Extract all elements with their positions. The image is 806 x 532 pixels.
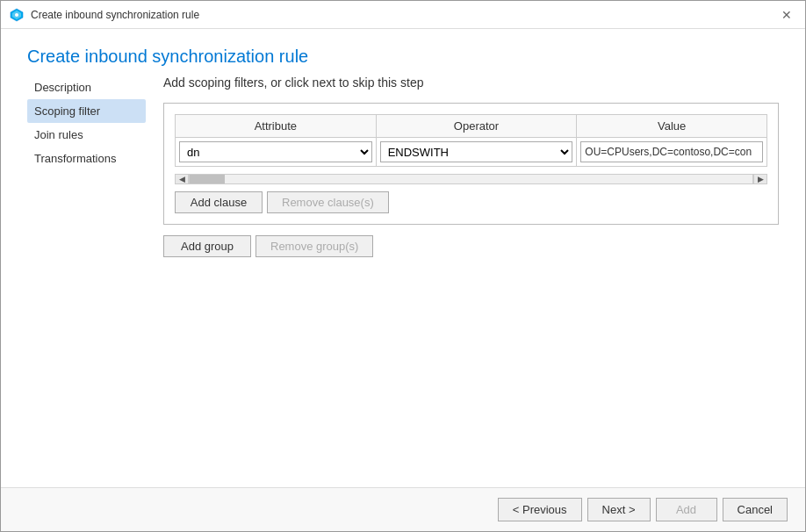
title-text: Create inbound synchronization rule	[31, 9, 199, 21]
footer: < Previous Next > Add Cancel	[1, 487, 805, 531]
sidebar: Description Scoping filter Join rules Tr…	[1, 75, 155, 487]
remove-clause-button[interactable]: Remove clause(s)	[267, 191, 389, 213]
filter-container: Attribute Operator Value dn cn	[163, 103, 779, 225]
sidebar-item-join-rules[interactable]: Join rules	[27, 123, 146, 147]
add-button[interactable]: Add	[656, 498, 717, 521]
scroll-left[interactable]: ◀	[175, 174, 189, 184]
previous-button[interactable]: < Previous	[498, 498, 582, 521]
main-layout: Description Scoping filter Join rules Tr…	[1, 75, 805, 487]
svg-point-2	[15, 13, 18, 17]
operator-select[interactable]: ENDSWITH STARTSWITH EQUALS NOTEQUAL ISNU…	[380, 141, 573, 162]
main-window: Create inbound synchronization rule ✕ Cr…	[0, 0, 806, 532]
col-attribute: Attribute	[176, 115, 377, 138]
content-area: Create inbound synchronization rule Desc…	[1, 29, 805, 487]
app-icon	[10, 8, 24, 22]
scroll-row: ◀ ▶	[175, 174, 767, 184]
group-buttons: Add group Remove group(s)	[163, 235, 779, 257]
col-value: Value	[577, 115, 767, 138]
attribute-cell: dn cn objectClass sAMAccountName	[176, 138, 377, 167]
section-title: Add scoping filters, or click next to sk…	[163, 75, 779, 90]
table-row: dn cn objectClass sAMAccountName ENDSWIT…	[176, 138, 767, 167]
operator-cell: ENDSWITH STARTSWITH EQUALS NOTEQUAL ISNU…	[376, 138, 577, 167]
scrollbar-thumb	[190, 175, 225, 183]
scroll-right[interactable]: ▶	[753, 174, 767, 184]
sidebar-item-transformations[interactable]: Transformations	[27, 147, 146, 170]
main-content: Add scoping filters, or click next to sk…	[155, 75, 805, 487]
next-button[interactable]: Next >	[587, 498, 651, 521]
add-group-button[interactable]: Add group	[163, 235, 251, 257]
page-title: Create inbound synchronization rule	[1, 29, 805, 75]
sidebar-item-scoping-filter[interactable]: Scoping filter	[27, 99, 146, 123]
col-operator: Operator	[376, 115, 577, 138]
add-clause-button[interactable]: Add clause	[175, 191, 263, 213]
clause-buttons: Add clause Remove clause(s)	[175, 191, 767, 213]
value-input[interactable]	[580, 141, 763, 162]
title-bar-left: Create inbound synchronization rule	[10, 8, 199, 22]
title-bar: Create inbound synchronization rule ✕	[1, 1, 805, 29]
remove-group-button[interactable]: Remove group(s)	[255, 235, 373, 257]
attribute-select[interactable]: dn cn objectClass sAMAccountName	[179, 141, 372, 162]
close-button[interactable]: ✕	[775, 4, 798, 26]
filter-table: Attribute Operator Value dn cn	[175, 114, 767, 167]
scrollbar-track[interactable]	[189, 174, 753, 184]
value-cell	[577, 138, 767, 167]
cancel-button[interactable]: Cancel	[723, 498, 788, 521]
sidebar-item-description[interactable]: Description	[27, 75, 146, 99]
